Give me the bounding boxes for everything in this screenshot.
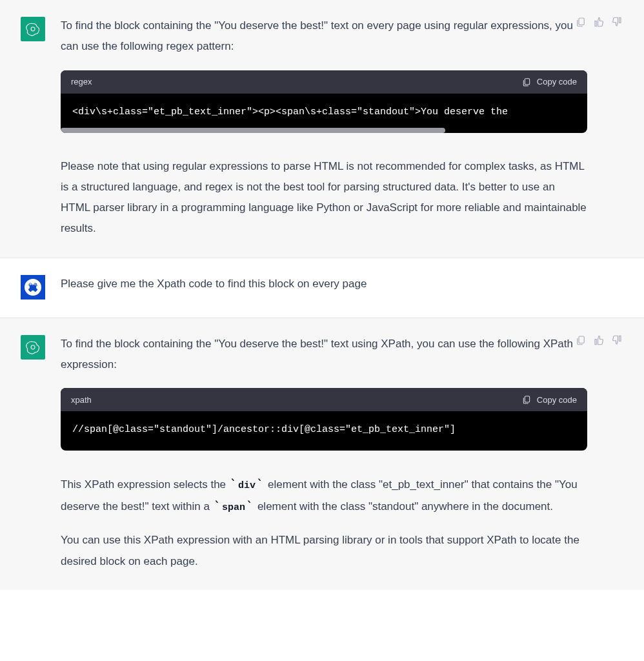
assistant-avatar <box>21 17 45 41</box>
user-message: OPACE Please give me the Xpath code to f… <box>0 258 644 318</box>
message-actions <box>574 334 623 347</box>
copy-message-button[interactable] <box>574 334 587 347</box>
assistant-message: To find the block containing the "You de… <box>0 0 644 258</box>
clipboard-icon <box>521 394 532 405</box>
clipboard-icon <box>521 77 532 87</box>
footer-text: You can use this XPath expression with a… <box>61 530 587 572</box>
svg-rect-3 <box>579 336 584 343</box>
svg-point-4 <box>31 345 35 349</box>
user-avatar: OPACE <box>21 275 45 300</box>
message-actions <box>574 15 623 28</box>
svg-rect-5 <box>525 396 529 402</box>
assistant-message: To find the block containing the "You de… <box>0 318 644 590</box>
code-block: regex Copy code <div\s+class="et_pb_text… <box>61 70 587 133</box>
thumbs-up-button[interactable] <box>592 15 605 28</box>
inline-code: div <box>238 480 256 491</box>
code-language-label: regex <box>71 77 92 86</box>
intro-text: To find the block containing the "You de… <box>61 15 587 57</box>
code-block: xpath Copy code //span[@class="standout"… <box>61 388 587 451</box>
user-text: Please give me the Xpath code to find th… <box>61 274 587 294</box>
code-content[interactable]: //span[@class="standout"]/ancestor::div[… <box>61 411 587 451</box>
text-fragment: element with the class "standout" anywhe… <box>254 500 553 513</box>
thumbs-down-button[interactable] <box>610 334 623 347</box>
svg-point-1 <box>31 27 35 31</box>
user-avatar-icon: OPACE <box>21 275 45 300</box>
thumbs-down-icon <box>611 16 623 28</box>
copy-code-label: Copy code <box>537 395 577 405</box>
message-content: To find the block containing the "You de… <box>61 15 623 239</box>
thumbs-up-icon <box>593 334 605 346</box>
intro-text: To find the block containing the "You de… <box>61 334 587 376</box>
message-content: Please give me the Xpath code to find th… <box>61 274 623 300</box>
inline-code: span <box>222 502 245 513</box>
copy-code-button[interactable]: Copy code <box>521 77 577 87</box>
note-text: Please note that using regular expressio… <box>61 156 587 239</box>
openai-logo-icon <box>25 340 41 355</box>
thumbs-up-icon <box>593 16 605 28</box>
copy-code-label: Copy code <box>537 77 577 86</box>
text-fragment: This XPath expression selects the <box>61 478 229 491</box>
code-content[interactable]: <div\s+class="et_pb_text_inner"><p><span… <box>61 94 587 133</box>
message-content: To find the block containing the "You de… <box>61 334 623 572</box>
copy-code-button[interactable]: Copy code <box>521 394 577 405</box>
svg-rect-2 <box>525 78 529 84</box>
svg-rect-0 <box>579 18 584 25</box>
clipboard-icon <box>575 334 587 346</box>
copy-message-button[interactable] <box>574 15 587 28</box>
code-header: xpath Copy code <box>61 388 587 411</box>
thumbs-down-button[interactable] <box>610 15 623 28</box>
clipboard-icon <box>575 16 587 28</box>
code-header: regex Copy code <box>61 70 587 94</box>
thumbs-down-icon <box>611 334 623 346</box>
thumbs-up-button[interactable] <box>592 334 605 347</box>
code-language-label: xpath <box>71 395 92 405</box>
explain-text: This XPath expression selects the `div` … <box>61 474 587 517</box>
openai-logo-icon <box>25 21 41 37</box>
assistant-avatar <box>21 335 45 360</box>
